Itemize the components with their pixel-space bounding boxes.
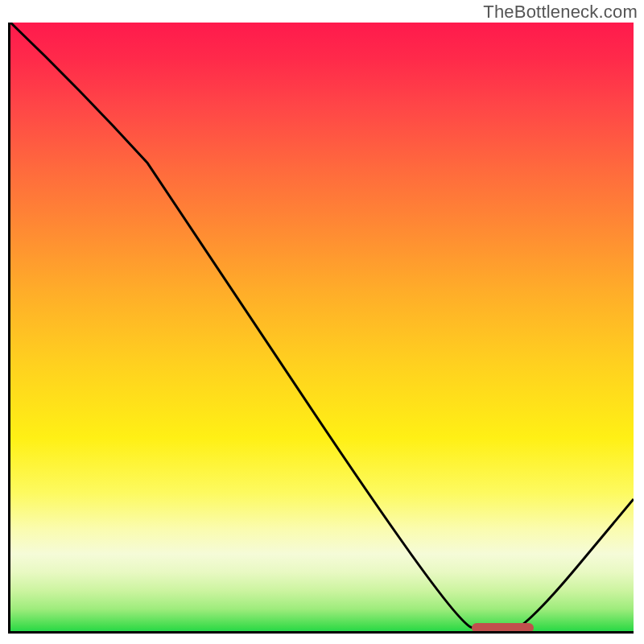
x-axis-line xyxy=(8,631,634,634)
watermark-text: TheBottleneck.com xyxy=(483,2,638,23)
y-axis-line xyxy=(8,23,10,634)
curve-path xyxy=(10,23,634,634)
plot-area xyxy=(10,23,634,634)
bottleneck-curve xyxy=(10,23,634,634)
chart-stage: TheBottleneck.com xyxy=(0,0,644,644)
